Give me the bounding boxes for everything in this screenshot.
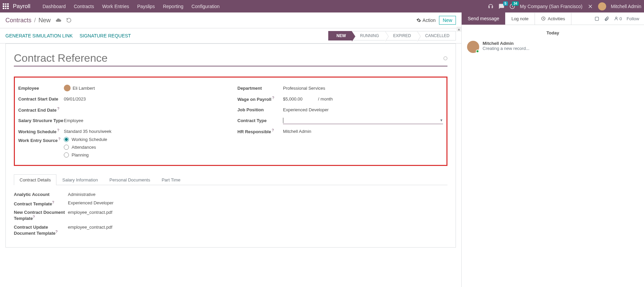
radio-working-schedule[interactable]: Working Schedule [64, 137, 107, 142]
tab-part-time[interactable]: Part Time [156, 174, 186, 185]
label-end-date: Contract End Date? [18, 107, 64, 113]
company-selector[interactable]: My Company (San Francisco) [520, 4, 583, 9]
log-note-button[interactable]: Log note [505, 13, 535, 25]
chatter-message: Mitchell Admin Creating a new record... [467, 41, 639, 53]
tools-icon[interactable] [587, 3, 593, 9]
online-status-icon [476, 50, 479, 53]
new-button[interactable]: New [439, 16, 456, 25]
label-update-doc: Contract Update Document Template? [14, 225, 68, 236]
tab-personal-documents[interactable]: Personal Documents [104, 174, 156, 185]
attachment-icon[interactable] [604, 16, 609, 21]
field-new-doc[interactable]: employee_contract.pdf [68, 210, 112, 221]
field-contract-type[interactable]: ▼ [283, 117, 443, 124]
label-schedule: Working Schedule? [18, 128, 64, 134]
nav-work-entries[interactable]: Work Entries [98, 4, 133, 9]
field-hr[interactable]: Mitchell Admin [283, 129, 443, 134]
app-title: Payroll [13, 3, 30, 10]
generate-sim-link-button[interactable]: GENERATE SIMULATION LINK [5, 33, 73, 38]
message-body: Creating a new record... [483, 46, 530, 51]
nav-reporting[interactable]: Reporting [159, 4, 187, 9]
label-new-doc: New Contract Document Template? [14, 210, 68, 221]
discard-icon[interactable] [66, 18, 72, 23]
form-sheet: Employee Eli Lambert Contract Start Date… [5, 44, 456, 248]
user-avatar[interactable] [598, 2, 606, 10]
chatter-date-separator: Today [467, 30, 639, 35]
phone-icon[interactable] [488, 3, 494, 9]
employee-avatar-icon [64, 85, 71, 91]
tab-salary-information[interactable]: Salary Information [56, 174, 104, 185]
field-employee[interactable]: Eli Lambert [64, 85, 224, 91]
breadcrumb: Contracts / New [5, 17, 72, 24]
label-employee: Employee [18, 86, 64, 91]
svg-rect-2 [595, 17, 599, 20]
contract-reference-input[interactable] [14, 52, 443, 64]
control-panel: Contracts / New Action New [0, 12, 461, 28]
label-department: Department [237, 86, 283, 91]
signature-request-button[interactable]: SIGNATURE REQUEST [79, 33, 131, 38]
message-avatar[interactable] [467, 41, 479, 53]
nav-contracts[interactable]: Contracts [70, 4, 98, 9]
label-hr: HR Responsible? [237, 128, 283, 134]
nav-dashboard[interactable]: Dashboard [38, 4, 70, 9]
user-name[interactable]: Mitchell Admin [611, 4, 641, 9]
label-position: Job Position [237, 107, 283, 112]
stage-cancelled[interactable]: CANCELLED [417, 31, 456, 40]
action-button[interactable]: Action [416, 18, 436, 23]
label-contract-type: Contract Type [237, 118, 283, 123]
field-start-date[interactable]: 09/01/2023 [64, 96, 224, 102]
field-schedule[interactable]: Standard 35 hours/week [64, 129, 224, 134]
status-bar: GENERATE SIMULATION LINK SIGNATURE REQUE… [0, 28, 461, 44]
label-template: Contract Template? [14, 200, 68, 206]
cloud-icon[interactable] [55, 17, 61, 23]
radio-planning[interactable]: Planning [64, 152, 107, 157]
chatter-panel: Send message Log note Activities 0 Follo… [462, 12, 644, 287]
activities-badge: 34 [512, 1, 518, 6]
follow-button[interactable]: Follow [626, 16, 639, 21]
label-structure: Salary Structure Type [18, 118, 64, 123]
nav-payslips[interactable]: Payslips [133, 4, 159, 9]
search-messages-icon[interactable] [594, 16, 599, 21]
stage-running[interactable]: RUNNING [352, 31, 385, 40]
field-position[interactable]: Experienced Developer [283, 107, 443, 112]
activities-button[interactable]: Activities [535, 13, 571, 25]
tab-contract-details[interactable]: Contract Details [14, 174, 56, 185]
stage-expired[interactable]: EXPIRED [385, 31, 417, 40]
chevron-down-icon: ▼ [440, 118, 443, 122]
form-tabs: Contract Details Salary Information Pers… [14, 174, 447, 185]
nav-configuration[interactable]: Configuration [187, 4, 224, 9]
breadcrumb-current: New [38, 17, 51, 24]
activities-icon[interactable]: 34 [509, 3, 515, 9]
field-template[interactable]: Experienced Developer [68, 200, 113, 206]
label-analytic: Analytic Account [14, 192, 68, 197]
scroll-up-arrow[interactable]: ▲ [457, 27, 461, 32]
apps-icon[interactable] [3, 3, 9, 9]
label-start-date: Contract Start Date [18, 96, 64, 102]
field-department[interactable]: Professional Services [283, 86, 443, 91]
label-source: Work Entry Source? [18, 137, 64, 143]
field-structure[interactable]: Employee [64, 118, 224, 123]
label-wage: Wage on Payroll? [237, 96, 283, 102]
kanban-state-icon[interactable] [443, 56, 447, 60]
field-wage[interactable]: $5,000.00 / month [283, 96, 443, 102]
field-analytic[interactable]: Administrative [68, 192, 96, 197]
followers-button[interactable]: 0 [614, 16, 622, 21]
highlighted-fields: Employee Eli Lambert Contract Start Date… [14, 77, 447, 166]
messages-icon[interactable]: 5 [498, 3, 505, 9]
field-update-doc[interactable]: employee_contract.pdf [68, 225, 112, 236]
stage-new[interactable]: NEW [328, 31, 352, 40]
svg-point-3 [616, 17, 617, 19]
radio-attendances[interactable]: Attendances [64, 145, 107, 150]
messages-badge: 5 [503, 1, 508, 6]
message-author[interactable]: Mitchell Admin [483, 41, 530, 46]
top-navbar: Payroll Dashboard Contracts Work Entries… [0, 0, 644, 12]
send-message-button[interactable]: Send message [462, 12, 505, 25]
breadcrumb-parent[interactable]: Contracts [5, 17, 31, 24]
